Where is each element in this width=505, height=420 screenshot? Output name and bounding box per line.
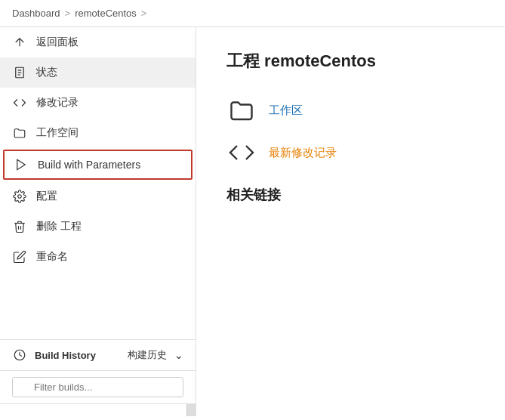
pencil-icon [12, 249, 27, 264]
links-section: 工作区 最新修改记录 [226, 95, 475, 168]
sidebar-item-config[interactable]: 配置 [0, 181, 196, 212]
sidebar-item-delete[interactable]: 删除 工程 [0, 212, 196, 242]
breadcrumb-sep1: > [65, 8, 71, 19]
sidebar-scrollbar [0, 403, 196, 416]
main-content: 工程 remoteCentos 工作区 最新修 [196, 27, 505, 416]
svg-point-6 [18, 195, 22, 199]
sidebar-label-back: 返回面板 [36, 36, 79, 49]
build-history-chinese: 构建历史 [128, 348, 167, 362]
filter-builds-section: 🔍 [0, 370, 196, 403]
sidebar-label-config: 配置 [36, 190, 57, 203]
sidebar-item-back[interactable]: 返回面板 [0, 27, 196, 57]
workspace-link[interactable]: 工作区 [269, 103, 303, 118]
workspace-link-item: 工作区 [226, 95, 475, 125]
sidebar-item-workspace[interactable]: 工作空间 [0, 118, 196, 148]
workspace-folder-icon [226, 95, 257, 125]
sidebar-label-workspace: 工作空间 [36, 126, 79, 140]
chevron-down-icon: ⌄ [174, 349, 183, 361]
breadcrumb: Dashboard > remoteCentos > [0, 0, 505, 27]
sidebar: 返回面板 状态 修改记录 工作空间 Bu [0, 27, 196, 416]
sidebar-label-rename: 重命名 [36, 250, 68, 264]
breadcrumb-sep2: > [141, 8, 147, 19]
changes-link[interactable]: 最新修改记录 [269, 146, 337, 160]
breadcrumb-dashboard[interactable]: Dashboard [12, 8, 60, 19]
code-icon [12, 95, 27, 110]
sidebar-label-status: 状态 [36, 66, 57, 79]
sidebar-item-status[interactable]: 状态 [0, 57, 196, 88]
sidebar-item-changes[interactable]: 修改记录 [0, 88, 196, 118]
doc-icon [12, 65, 27, 80]
folder-icon [12, 125, 27, 141]
svg-marker-5 [17, 159, 26, 170]
page-title: 工程 remoteCentos [226, 50, 475, 73]
related-section-title: 相关链接 [226, 186, 475, 204]
sidebar-label-changes: 修改记录 [36, 96, 79, 110]
sidebar-item-rename[interactable]: 重命名 [0, 242, 196, 272]
gear-icon [12, 189, 27, 204]
changes-code-icon [226, 137, 257, 168]
arrow-up-icon [12, 35, 27, 50]
sidebar-label-build: Build with Parameters [38, 159, 140, 171]
filter-builds-input[interactable] [12, 377, 183, 397]
svg-line-9 [20, 355, 22, 357]
build-history-title: Build History [35, 350, 96, 361]
sidebar-label-delete: 删除 工程 [36, 220, 82, 233]
breadcrumb-project[interactable]: remoteCentos [75, 8, 137, 19]
build-history-icon [12, 347, 27, 363]
play-icon [14, 157, 29, 172]
scroll-indicator[interactable] [186, 404, 196, 416]
changes-link-item: 最新修改记录 [226, 137, 475, 168]
trash-icon [12, 219, 27, 234]
sidebar-item-build[interactable]: Build with Parameters [3, 150, 192, 180]
build-history-header[interactable]: Build History 构建历史 ⌄ [0, 339, 196, 370]
